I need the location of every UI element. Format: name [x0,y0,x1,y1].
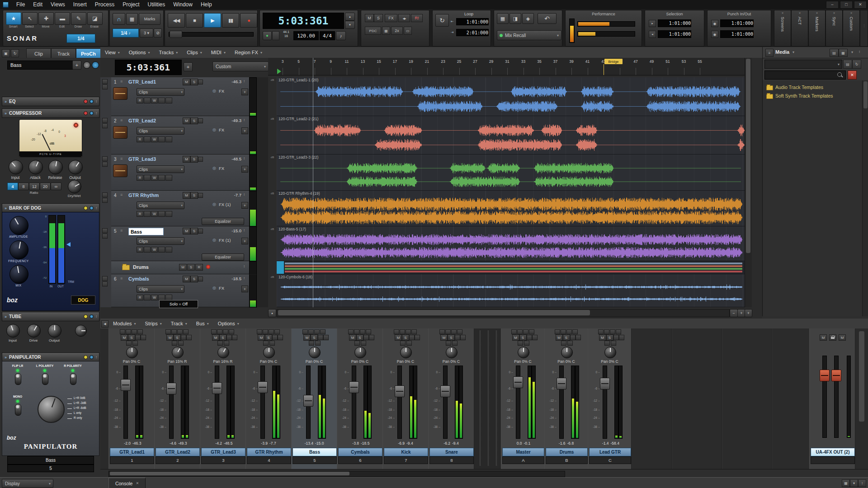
mixer-strip-gtr-lead3[interactable]: MSPan 16% R0-6-12-18-24-38-4.2-48.5GTR_L… [200,328,246,469]
mixer-strip-gtr-lead2[interactable]: MSPan 15% R0-6-12-18-24-38-4.6-49.3GTR_L… [154,328,200,469]
mix-recall-dropdown[interactable]: Mix Recall▾ [497,30,561,40]
global-mute-button[interactable]: M [365,14,374,22]
menu-insert[interactable]: Insert [69,0,91,9]
arm-button[interactable] [272,335,278,340]
time-spin-up-icon[interactable]: ▴ [345,13,355,21]
flip-lr-toggle[interactable] [15,373,21,385]
volume-fader-handle[interactable] [349,381,359,393]
comp-expand-icon[interactable]: » [5,111,7,116]
arm-button[interactable] [226,335,232,340]
input-echo-button[interactable] [567,341,573,346]
comp-module-header[interactable]: »COMPRESSOR↕ [2,108,99,118]
mini-button[interactable] [158,247,165,253]
track-maximize-icon[interactable] [102,162,108,167]
solo-button[interactable]: S [448,334,455,341]
browser-scrollbar[interactable] [862,80,868,316]
tube-updown-icon[interactable]: ↕ [95,314,97,319]
strip-option-button[interactable] [302,329,308,334]
clip-gtr-lead3[interactable]: 120-GTR_Lead3-3 (22) [277,155,745,191]
read-automation-button[interactable]: R [137,211,143,217]
interleave-button[interactable] [126,341,132,346]
add-module-button[interactable]: + [72,61,81,70]
track-maximize-icon[interactable] [102,234,108,239]
arm-button[interactable] [135,335,141,340]
phase-button[interactable] [576,335,581,340]
interleave-button[interactable] [172,341,177,346]
input-echo-button[interactable] [269,341,275,346]
record-button[interactable]: ● [240,13,257,28]
move-tool-button[interactable]: ✚ [38,12,54,25]
rewind-button[interactable]: ◀◀ [168,13,185,28]
mute-button[interactable]: M [258,334,265,341]
prochannel-track-name-field[interactable]: Bass [7,61,74,70]
mix-knob[interactable] [9,265,28,284]
drag-handle-icon[interactable]: ≡ [120,276,127,281]
mixer-strip-snare[interactable]: MSPan 0% C0-6-12-18-24-38-6.2-9.4Snare8 [428,328,474,469]
snap-count-button[interactable]: 3 ▾ [140,28,153,38]
track-maximize-icon[interactable] [102,198,108,203]
mute-button[interactable]: M [599,334,606,341]
strip-option-button[interactable] [269,329,274,334]
strip-option-button[interactable] [137,329,143,334]
input-echo-button[interactable] [315,341,321,346]
interleave-button[interactable] [309,341,314,346]
console-vertical-scrollbar-thumb[interactable] [859,331,864,422]
track-header-gtr-rhythm[interactable]: 4≡GTR RhythmMS-7.7↕Clips▾◎FX (1)+RWEqual… [111,191,249,226]
write-automation-button[interactable]: W [151,247,158,253]
strip-name-plate[interactable]: Lead GTR [589,448,631,456]
mute-button[interactable]: M [395,334,402,341]
strip-option-button[interactable] [132,329,137,334]
console-menu-strips[interactable]: Strips [141,319,166,328]
pan-knob[interactable] [172,347,184,358]
solo-button[interactable]: S [190,117,198,124]
mixer-strip-cymbals[interactable]: MSPan 0% C0-6-12-18-24-38-3.8-18.5Cymbal… [337,328,383,469]
clips-dropdown[interactable]: Clips▾ [137,285,184,293]
pan-knob[interactable] [309,347,321,358]
pdc-button[interactable]: PDC [365,27,381,35]
track-name[interactable]: Cymbals [128,276,178,282]
pc-flip-icon[interactable] [83,61,90,69]
attack-knob[interactable] [28,160,43,174]
bark-state-icon[interactable] [84,206,88,210]
strip-option-button[interactable] [616,329,621,334]
strip-option-button[interactable] [610,329,615,334]
equalizer-chip[interactable]: Equalizer [202,218,244,225]
strip-option-button[interactable] [171,329,177,334]
expand-icon[interactable]: ↕ [243,228,248,232]
menu-file[interactable]: File [12,0,29,9]
strip-option-button[interactable] [523,329,528,334]
mini-button[interactable] [144,98,151,103]
strip-option-button[interactable] [274,329,280,334]
write-automation-button[interactable]: W [151,136,158,142]
track-maximize-icon[interactable] [102,84,108,89]
side-tab-sync[interactable]: ✕Sync [826,10,843,47]
drag-handle-icon[interactable]: ≡ [120,118,127,122]
read-automation-button[interactable]: R [137,247,143,253]
mute-button[interactable]: M [212,334,219,341]
browser-grid-view-icon[interactable]: ▦ [839,49,848,57]
solo-button[interactable]: S [190,276,198,282]
drive-tube-knob[interactable] [27,324,41,338]
play-button[interactable]: ▶ [204,13,221,28]
menu-help[interactable]: Help [197,0,216,9]
menu-project[interactable]: Project [118,0,143,9]
chevron-down-icon[interactable]: ▾ [793,50,797,54]
strip-option-button[interactable] [183,329,189,334]
strip-option-button[interactable] [451,329,457,334]
stop-button[interactable]: ■ [186,13,203,28]
track-splitter[interactable] [256,77,268,307]
strip-name-plate[interactable]: Kick [384,448,428,456]
clips-dropdown[interactable]: Clips▾ [137,202,184,209]
panip-state-icon[interactable] [84,355,88,359]
sync-status-icon[interactable]: ● [263,31,272,40]
expand-icon[interactable]: ↕ [243,118,248,122]
selection-end-icon[interactable]: ◂ [649,31,656,38]
browser-list-view-icon[interactable]: ▤ [830,49,839,57]
pan-knob[interactable] [518,347,529,358]
arm-button[interactable] [570,335,576,340]
mute-button[interactable]: M [440,334,448,341]
track-header-gtr-lead1[interactable]: 1≡GTR_Lead1MS-46.3↕Clips▾◎FX+RW [111,77,249,116]
add-fx-button[interactable]: + [241,127,248,134]
punch-in-time[interactable]: 1:01:000 [720,19,754,27]
track-name-field[interactable]: Bass [128,228,164,235]
